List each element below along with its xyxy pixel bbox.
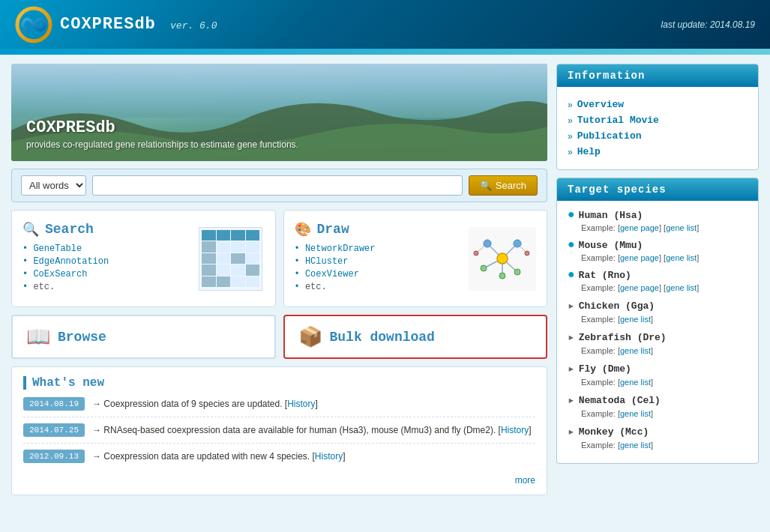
draw-link-hcluster[interactable]: HCluster [295, 256, 462, 267]
draw-card-left: 🎨 Draw NetworkDrawer HCluster CoexViewer… [295, 221, 462, 296]
species-monkey-example: Example: [gene list] [581, 441, 748, 450]
wave-divider [0, 49, 770, 55]
draw-link-networkdrawer[interactable]: NetworkDrawer [295, 244, 462, 254]
information-title: Information [557, 64, 758, 87]
browse-label: Browse [58, 330, 106, 345]
species-human-name: ● Human (Hsa) [568, 208, 748, 222]
target-species-box: Target species ● Human (Hsa) Example: [g… [556, 178, 759, 464]
news-date-3: 2012.09.13 [23, 450, 85, 463]
news-item-1: 2014.08.19 → Coexpression data of 9 spec… [23, 397, 535, 417]
overview-link[interactable]: Overview [577, 99, 624, 110]
search-card-left: 🔍 Search GeneTable EdgeAnnotation CoExSe… [22, 221, 190, 296]
rat-gene-page-link[interactable]: gene page [620, 283, 659, 292]
bulk-download-icon: 📦 [298, 325, 322, 348]
mouse-gene-list-link[interactable]: gene list [666, 253, 697, 262]
species-fly-example: Example: [gene list] [581, 378, 748, 387]
banner-title: COXPRESdb [26, 118, 532, 137]
browse-card[interactable]: 📖 Browse [11, 315, 276, 359]
mouse-gene-page-link[interactable]: gene page [620, 253, 659, 262]
species-human: ● Human (Hsa) Example: [gene page] [gene… [568, 208, 748, 232]
info-link-help: » Help [568, 146, 748, 157]
draw-link-coexviewer[interactable]: CoexViewer [295, 269, 462, 279]
svg-point-16 [525, 251, 529, 256]
search-icon: 🔍 [480, 180, 492, 191]
info-link-tutorial: » Tutorial Movie [568, 115, 748, 126]
svg-point-11 [514, 240, 521, 247]
information-box: Information » Overview » Tutorial Movie … [556, 64, 759, 170]
chicken-gene-list-link[interactable]: gene list [620, 315, 651, 324]
help-link[interactable]: Help [577, 146, 601, 157]
draw-card-icon: 🎨 [295, 221, 311, 238]
species-human-example: Example: [gene page] [gene list] [581, 223, 748, 232]
search-link-coexsearch[interactable]: CoExSearch [22, 269, 190, 279]
action-cards: 📖 Browse 📦 Bulk download [11, 315, 547, 359]
fly-gene-list-link[interactable]: gene list [620, 378, 651, 387]
species-nematoda-example: Example: [gene list] [581, 409, 748, 418]
species-monkey-bullet: ▸ [568, 424, 575, 439]
whats-new-title: What's new [23, 376, 535, 390]
svg-point-10 [484, 240, 491, 247]
info-link-publication: » Publication [568, 130, 748, 142]
target-species-title: Target species [557, 178, 758, 201]
draw-card-right [469, 221, 536, 296]
news-link-1[interactable]: History [287, 399, 315, 409]
search-card-icon: 🔍 [22, 221, 39, 238]
search-input[interactable] [92, 175, 463, 196]
rat-gene-list-link[interactable]: gene list [666, 283, 697, 292]
species-human-bullet: ● [568, 208, 575, 222]
nematoda-gene-list-link[interactable]: gene list [620, 409, 651, 418]
news-date-2: 2014.07.25 [23, 423, 85, 437]
species-chicken-name: ▸ Chicken (Gga) [568, 298, 748, 313]
species-fly-name: ▸ Fly (Dme) [568, 361, 748, 376]
zebrafish-gene-list-link[interactable]: gene list [620, 346, 651, 355]
browse-icon: 📖 [26, 325, 50, 348]
banner: COXPRESdb provides co-regulated gene rel… [11, 64, 547, 161]
search-link-edgeannotation[interactable]: EdgeAnnotation [22, 256, 190, 267]
banner-subtitle: provides co-regulated gene relationships… [26, 139, 532, 150]
human-gene-list-link[interactable]: gene list [666, 223, 697, 232]
species-fly-bullet: ▸ [568, 361, 575, 376]
species-rat: ● Rat (Rno) Example: [gene page] [gene l… [568, 268, 748, 292]
species-mouse-bullet: ● [568, 238, 575, 252]
header: COXPRESdb ver. 6.0 last update: 2014.08.… [0, 0, 770, 49]
search-button-label: Search [496, 180, 526, 191]
news-text-3: → Coexpression data are updated with new… [92, 450, 535, 463]
human-gene-page-link[interactable]: gene page [620, 223, 659, 232]
svg-point-14 [499, 273, 505, 279]
network-thumbnail [469, 227, 536, 291]
news-link-2[interactable]: History [501, 425, 529, 435]
draw-link-etc: etc. [295, 282, 462, 292]
version-text: ver. 6.0 [170, 20, 217, 31]
draw-card-title: 🎨 Draw [295, 221, 462, 238]
feature-cards: 🔍 Search GeneTable EdgeAnnotation CoExSe… [11, 210, 547, 307]
draw-links: NetworkDrawer HCluster CoexViewer etc. [295, 244, 462, 292]
search-card-title: 🔍 Search [22, 221, 190, 238]
news-link-3[interactable]: History [315, 451, 343, 462]
search-link-genetable[interactable]: GeneTable [22, 244, 190, 254]
species-chicken-bullet: ▸ [568, 298, 575, 313]
species-zebrafish-name: ▸ Zebrafish (Dre) [568, 330, 748, 345]
bulk-download-card[interactable]: 📦 Bulk download [283, 315, 548, 359]
monkey-gene-list-link[interactable]: gene list [620, 441, 651, 450]
arrow-tutorial: » [568, 115, 573, 126]
species-rat-name: ● Rat (Rno) [568, 268, 748, 282]
logo-area: COXPRESdb ver. 6.0 [15, 6, 217, 43]
news-item-3: 2012.09.13 → Coexpression data are updat… [23, 450, 535, 469]
search-card-right [197, 221, 265, 296]
last-update: last update: 2014.08.19 [661, 19, 755, 30]
search-type-select[interactable]: All words [21, 175, 86, 196]
whats-new-section: What's new 2014.08.19 → Coexpression dat… [11, 366, 547, 495]
species-nematoda-name: ▸ Nematoda (Cel) [568, 393, 748, 408]
search-button[interactable]: 🔍 Search [469, 175, 538, 196]
species-chicken-example: Example: [gene list] [581, 315, 748, 324]
svg-point-15 [474, 251, 478, 256]
logo-text: COXPRESdb [60, 15, 166, 34]
bulk-download-label: Bulk download [330, 330, 435, 345]
publication-link[interactable]: Publication [577, 130, 642, 142]
species-monkey: ▸ Monkey (Mcc) Example: [gene list] [568, 424, 748, 450]
more-link[interactable]: more [23, 475, 535, 486]
svg-point-9 [497, 253, 508, 264]
tutorial-link[interactable]: Tutorial Movie [577, 115, 659, 126]
species-fly: ▸ Fly (Dme) Example: [gene list] [568, 361, 748, 387]
species-mouse-example: Example: [gene page] [gene list] [581, 253, 748, 262]
